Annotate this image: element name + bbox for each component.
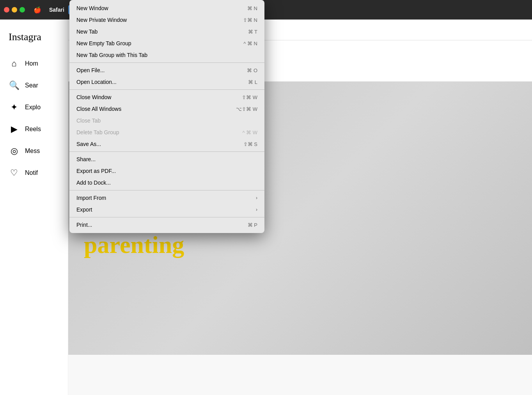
post-text-line3: parenting <box>84 231 516 258</box>
traffic-lights <box>4 7 25 12</box>
apple-menu[interactable]: 🍎 <box>30 5 45 15</box>
heart-icon: ♡ <box>9 168 20 178</box>
menu-separator <box>69 190 264 190</box>
nav-reels[interactable]: ▶ Reels <box>4 120 64 138</box>
menu-item-label: Close Tab <box>76 117 257 124</box>
file-dropdown-menu: New Window⌘ NNew Private Window⇧⌘ NNew T… <box>69 0 264 233</box>
menu-shortcut: ⇧⌘ W <box>242 94 257 100</box>
menu-item-label: Delete Tab Group <box>76 129 231 135</box>
menubar-safari[interactable]: Safari <box>45 5 68 14</box>
nav-explore-label: Explo <box>25 104 41 111</box>
menu-item-label: Share... <box>76 156 257 162</box>
nav-explore[interactable]: ✦ Explo <box>4 98 64 116</box>
menu-item-label: Close Window <box>76 94 230 100</box>
nav-home-label: Hom <box>25 60 38 67</box>
explore-icon: ✦ <box>9 102 20 112</box>
menu-separator <box>69 151 264 152</box>
menu-item-save-as---[interactable]: Save As...⇧⌘ S <box>69 138 264 150</box>
menu-item-label: Open File... <box>76 67 235 73</box>
menu-item-label: Save As... <box>76 141 232 147</box>
menu-item-label: Import From <box>76 195 256 201</box>
menu-item-print---[interactable]: Print...⌘ P <box>69 219 264 231</box>
menu-item-label: New Tab <box>76 28 236 35</box>
menu-item-import-from[interactable]: Import From› <box>69 192 264 204</box>
menu-item-label: Close All Windows <box>76 106 224 112</box>
reels-icon: ▶ <box>9 124 20 134</box>
minimize-button[interactable] <box>12 7 17 12</box>
instagram-logo: Instagra <box>4 27 64 47</box>
nav-notifications[interactable]: ♡ Notif <box>4 164 64 182</box>
menu-item-new-empty-tab-group[interactable]: New Empty Tab Group^ ⌘ N <box>69 37 264 49</box>
nav-messages-label: Mess <box>25 148 40 155</box>
menu-shortcut: ⌘ O <box>247 68 257 73</box>
menu-shortcut: ⌘ L <box>248 79 257 85</box>
menu-separator <box>69 62 264 63</box>
menu-item-label: Export as PDF... <box>76 168 257 174</box>
nav-home[interactable]: ⌂ Hom <box>4 55 64 73</box>
menu-shortcut: ⌘ P <box>248 222 257 228</box>
menu-item-label: New Tab Group with This Tab <box>76 52 257 58</box>
nav-reels-label: Reels <box>25 126 41 133</box>
messages-icon: ◎ <box>9 146 20 156</box>
menu-item-label: New Empty Tab Group <box>76 40 232 46</box>
search-icon: 🔍 <box>9 80 20 91</box>
nav-search[interactable]: 🔍 Sear <box>4 77 64 94</box>
menu-item-export[interactable]: Export› <box>69 204 264 215</box>
menu-separator <box>69 217 264 217</box>
menu-separator <box>69 89 264 90</box>
nav-notifications-label: Notif <box>25 169 38 176</box>
menu-item-share---[interactable]: Share... <box>69 153 264 165</box>
menu-item-close-tab: Close Tab <box>69 115 264 126</box>
menu-item-delete-tab-group: Delete Tab Group^ ⌘ W <box>69 126 264 138</box>
nav-search-label: Sear <box>25 82 38 89</box>
close-button[interactable] <box>4 7 9 12</box>
maximize-button[interactable] <box>20 7 25 12</box>
menu-item-label: Open Location... <box>76 79 236 85</box>
instagram-sidebar: Instagra ⌂ Hom 🔍 Sear ✦ Explo ▶ Reels ◎ … <box>0 20 68 395</box>
menu-item-label: Add to Dock... <box>76 180 257 186</box>
menu-item-export-as-pdf---[interactable]: Export as PDF... <box>69 165 264 177</box>
menu-item-label: New Window <box>76 5 236 11</box>
menu-item-new-tab-group-with-this-tab[interactable]: New Tab Group with This Tab <box>69 49 264 61</box>
home-icon: ⌂ <box>9 59 20 69</box>
menu-item-label: Print... <box>76 222 236 228</box>
menu-shortcut: ^ ⌘ N <box>243 41 257 46</box>
menu-item-open-location---[interactable]: Open Location...⌘ L <box>69 76 264 88</box>
menu-item-close-window[interactable]: Close Window⇧⌘ W <box>69 91 264 103</box>
menu-item-label: Export <box>76 206 256 213</box>
menu-item-new-window[interactable]: New Window⌘ N <box>69 2 264 14</box>
nav-messages[interactable]: ◎ Mess <box>4 142 64 160</box>
menu-item-label: New Private Window <box>76 17 231 23</box>
menu-shortcut: ⌘ T <box>248 29 257 35</box>
submenu-arrow-icon: › <box>256 195 257 201</box>
menu-item-new-tab[interactable]: New Tab⌘ T <box>69 26 264 37</box>
menu-item-close-all-windows[interactable]: Close All Windows⌥⇧⌘ W <box>69 103 264 115</box>
menu-shortcut: ⌘ N <box>247 5 257 11</box>
menu-item-open-file---[interactable]: Open File...⌘ O <box>69 64 264 76</box>
menu-shortcut: ⇧⌘ N <box>243 17 257 23</box>
submenu-arrow-icon: › <box>256 207 257 212</box>
menu-shortcut: ^ ⌘ W <box>242 130 257 135</box>
menu-shortcut: ⌥⇧⌘ W <box>236 106 257 112</box>
menu-item-add-to-dock---[interactable]: Add to Dock... <box>69 177 264 189</box>
menu-item-new-private-window[interactable]: New Private Window⇧⌘ N <box>69 14 264 26</box>
menu-shortcut: ⇧⌘ S <box>243 141 257 147</box>
